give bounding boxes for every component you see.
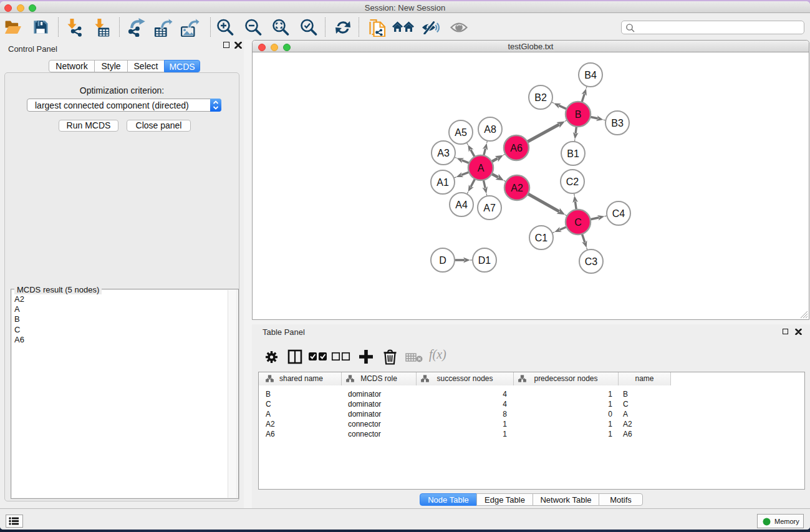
svg-text:B: B	[575, 109, 582, 120]
svg-text:D: D	[439, 255, 446, 266]
svg-text:C1: C1	[535, 233, 548, 243]
svg-text:A5: A5	[455, 127, 467, 138]
svg-text:C: C	[574, 217, 582, 228]
svg-text:A2: A2	[511, 183, 523, 193]
svg-text:B4: B4	[584, 70, 597, 80]
svg-text:A6: A6	[510, 143, 523, 153]
svg-text:A8: A8	[484, 124, 496, 135]
svg-text:B1: B1	[567, 148, 579, 159]
svg-text:A3: A3	[437, 148, 450, 158]
svg-text:D1: D1	[478, 255, 491, 266]
svg-text:B3: B3	[611, 118, 624, 128]
svg-text:A1: A1	[436, 177, 449, 188]
svg-text:A: A	[478, 163, 485, 173]
svg-text:A7: A7	[483, 203, 496, 213]
svg-text:C3: C3	[585, 256, 598, 267]
svg-text:C2: C2	[566, 177, 579, 187]
svg-text:C4: C4	[612, 208, 625, 219]
svg-text:A4: A4	[455, 200, 468, 210]
svg-text:B2: B2	[534, 92, 547, 103]
